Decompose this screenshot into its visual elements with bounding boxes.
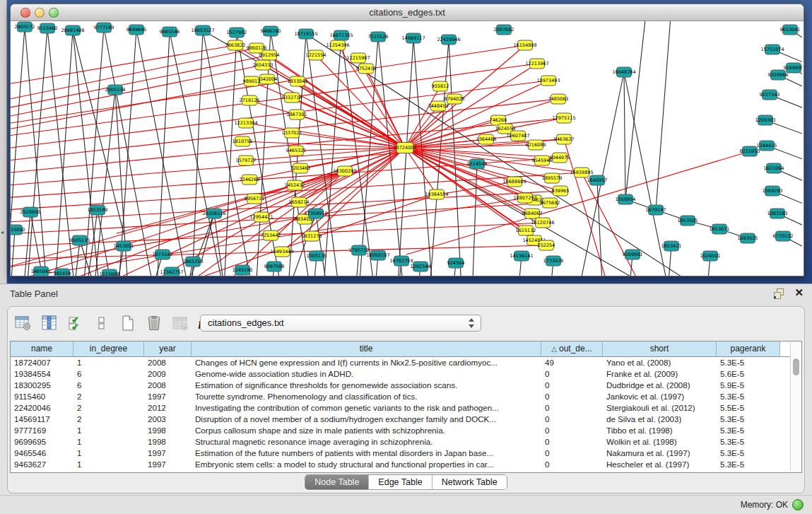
column-header-title[interactable]: title [192,341,541,356]
graph-node[interactable]: 10607487 [506,131,529,141]
graph-node[interactable]: 16648784 [612,67,635,77]
graph-node[interactable]: 1514545 [467,159,488,169]
attribute-table[interactable]: namein_degreeyeartitle△out_de...shortpag… [10,341,802,473]
graph-node[interactable]: 7253442 [261,230,281,240]
table-row[interactable]: 946362711997Embryonic stem cells: a mode… [11,459,801,470]
graph-node[interactable]: 9465546 [160,27,180,37]
graph-node[interactable]: 9115460 [37,23,58,33]
graph-node[interactable]: 1653011 [710,224,730,234]
graph-node[interactable]: 12213967 [525,59,548,69]
tab-network-table[interactable]: Network Table [432,475,507,489]
graph-node[interactable]: 9329966 [768,70,789,80]
graph-node[interactable]: 1733426 [543,256,564,266]
select-all-rows-button[interactable]: ✔ ✔ [66,313,86,333]
graph-node[interactable]: 1115688 [100,269,120,276]
graph-node[interactable]: 1485061 [31,267,52,276]
graph-node[interactable]: 9777169 [94,23,114,33]
graph-node[interactable]: 1658214 [289,197,310,207]
graph-node[interactable]: 18724007 [393,143,416,153]
close-panel-icon[interactable]: ✕ [794,286,804,299]
graph-node[interactable]: 9227343 [760,90,780,100]
table-vertical-scrollbar[interactable] [790,341,801,471]
graph-node[interactable]: 1631276 [302,231,322,241]
graph-node[interactable]: 989012 [243,76,261,86]
graph-node[interactable]: 1654333 [253,60,273,70]
graph-node[interactable]: 1833043 [288,76,308,86]
table-row[interactable]: 2242004622012Investigating the contribut… [11,402,801,414]
graph-node[interactable]: 955812 [432,81,449,91]
graph-node[interactable]: 7663822 [225,40,246,50]
graph-node[interactable]: 2905334 [105,85,126,95]
column-visibility-button[interactable] [40,313,59,333]
column-header-pagerank[interactable]: pagerank [717,341,780,356]
graph-node[interactable]: 1867301 [287,110,307,119]
graph-node[interactable]: 9332714 [282,93,302,103]
column-header-out_de[interactable]: △out_de... [541,341,603,356]
tab-node-table[interactable]: Node Table [305,475,368,489]
graph-node[interactable]: 19384554 [425,189,448,199]
graph-node[interactable]: 1083383 [767,209,788,218]
splitter-collapse-icon[interactable]: ◂ [1,229,4,235]
graph-node[interactable]: 9463627 [554,134,575,144]
graph-node[interactable]: 22420046 [437,35,460,45]
graph-node[interactable]: 2087682 [494,25,514,35]
graph-node[interactable]: 9097588 [264,262,285,271]
graph-node[interactable]: 14136141 [510,251,533,261]
graph-node[interactable]: 16958107 [366,250,389,260]
graph-node[interactable]: 12213384 [234,118,257,128]
graph-node[interactable]: 7485063 [548,94,569,104]
column-header-short[interactable]: short [603,341,717,356]
column-header-year[interactable]: year [144,341,192,356]
graph-node[interactable]: 16120746 [531,218,554,228]
graph-node[interactable]: 1895579 [542,173,563,183]
delete-column-button[interactable] [144,313,164,333]
graph-node[interactable]: 9465321 [286,146,307,156]
graph-node[interactable]: 9633041 [780,25,801,35]
graph-node[interactable]: 1024501 [700,251,721,261]
graph-node[interactable]: 1093525 [738,233,758,243]
graph-node[interactable]: 1865350 [183,257,204,267]
graph-node[interactable]: 1640957 [587,175,608,185]
graph-node[interactable]: 8215953 [740,146,760,156]
new-column-button[interactable] [118,313,138,333]
table-row[interactable]: 969969511998Structural magnetic resonanc… [11,436,801,448]
graph-node[interactable]: 939965 [552,186,570,196]
tab-edge-table[interactable]: Edge Table [368,475,431,489]
graph-node[interactable]: 1615132 [516,226,536,235]
graph-node[interactable]: 1621064 [764,163,784,173]
scrollbar-thumb[interactable] [793,358,799,375]
graph-node[interactable]: 1452432 [285,180,305,190]
graph-node[interactable]: 6216089 [526,140,546,150]
graph-node[interactable]: 1209383 [755,115,776,125]
graph-node[interactable]: 2520605 [20,207,41,217]
graph-node[interactable]: 9956721 [245,194,265,204]
graph-node[interactable]: 1679197 [646,205,666,215]
graph-node[interactable]: 252254 [538,240,555,250]
delete-table-button[interactable]: ✕ [170,313,190,333]
control-panel-splitter[interactable]: ◂ [0,0,7,284]
column-header-in_degree[interactable]: in_degree [73,341,144,356]
table-row[interactable]: 911546021997Tourette syndrome. Phenomeno… [11,391,801,402]
graph-node[interactable]: 9466160 [261,26,281,36]
graph-node[interactable]: 9699695 [126,25,147,35]
graph-node[interactable]: 20691406 [61,25,84,35]
graph-node[interactable]: 12215907 [346,53,370,63]
graph-node[interactable]: 6770152 [773,231,794,241]
table-options-button[interactable] [13,313,33,333]
window-titlebar[interactable]: citations_edges.txt [11,4,804,21]
graph-node[interactable]: 10688609 [502,177,526,187]
graph-node[interactable]: 1448453 [428,101,449,111]
graph-node[interactable]: 1073342 [153,250,173,259]
graph-node[interactable]: 10719155 [294,29,317,39]
graph-node[interactable]: 1221554 [306,50,326,60]
network-view-window[interactable]: citations_edges.txt 24055729115460206914… [10,4,804,276]
graph-node[interactable]: 1810755 [233,136,253,146]
graph-node[interactable]: 9752416 [356,64,377,74]
graph-node[interactable]: 9169901 [623,250,643,259]
graph-node[interactable]: 1505135 [307,251,327,261]
table-row[interactable]: 1456911722003Disruption of a novel membe… [11,414,801,425]
graph-node[interactable]: 9169905 [784,63,802,73]
graph-node[interactable]: 10653527 [191,25,214,35]
graph-node[interactable]: 9684067 [522,209,543,218]
graph-node[interactable]: 16939895 [570,168,593,177]
